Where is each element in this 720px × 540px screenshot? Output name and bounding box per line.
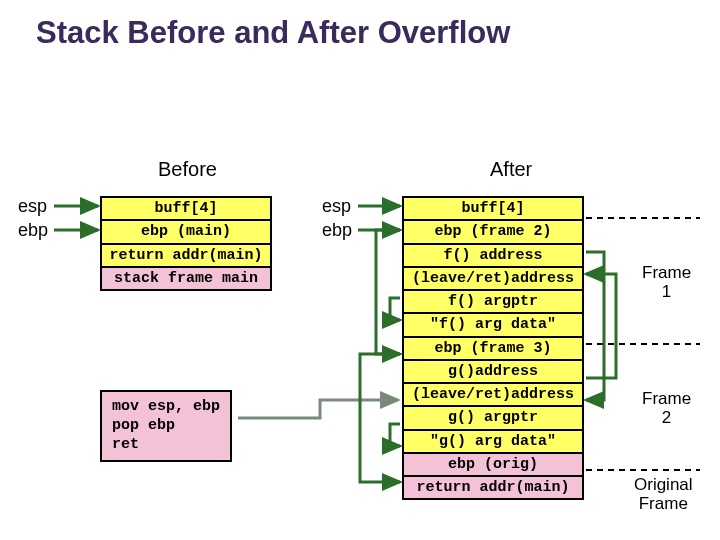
after-ebp-label: ebp	[322, 220, 352, 241]
after-cell: return addr(main)	[403, 476, 583, 499]
after-heading: After	[490, 158, 532, 181]
after-stack: buff[4] ebp (frame 2) f() address (leave…	[402, 196, 584, 500]
after-cell: (leave/ret)address	[403, 383, 583, 406]
after-cell: g() argptr	[403, 406, 583, 429]
slide-title: Stack Before and After Overflow	[36, 14, 510, 51]
frame-2-label: Frame2	[642, 390, 691, 427]
before-cell: buff[4]	[101, 197, 271, 220]
after-cell: f() argptr	[403, 290, 583, 313]
before-esp-label: esp	[18, 196, 47, 217]
after-cell: ebp (frame 2)	[403, 220, 583, 243]
after-cell: ebp (orig)	[403, 453, 583, 476]
original-frame-label: OriginalFrame	[634, 476, 693, 513]
after-cell: (leave/ret)address	[403, 267, 583, 290]
before-stack: buff[4] ebp (main) return addr(main) sta…	[100, 196, 272, 291]
after-cell: "g() arg data"	[403, 430, 583, 453]
before-cell: return addr(main)	[101, 244, 271, 267]
after-cell: g()address	[403, 360, 583, 383]
after-cell: ebp (frame 3)	[403, 337, 583, 360]
before-ebp-label: ebp	[18, 220, 48, 241]
before-cell: stack frame main	[101, 267, 271, 290]
frame-1-label: Frame1	[642, 264, 691, 301]
before-cell: ebp (main)	[101, 220, 271, 243]
after-esp-label: esp	[322, 196, 351, 217]
before-heading: Before	[158, 158, 217, 181]
after-cell: "f() arg data"	[403, 313, 583, 336]
epilogue-code: mov esp, ebppop ebpret	[100, 390, 232, 462]
after-cell: f() address	[403, 244, 583, 267]
after-cell: buff[4]	[403, 197, 583, 220]
